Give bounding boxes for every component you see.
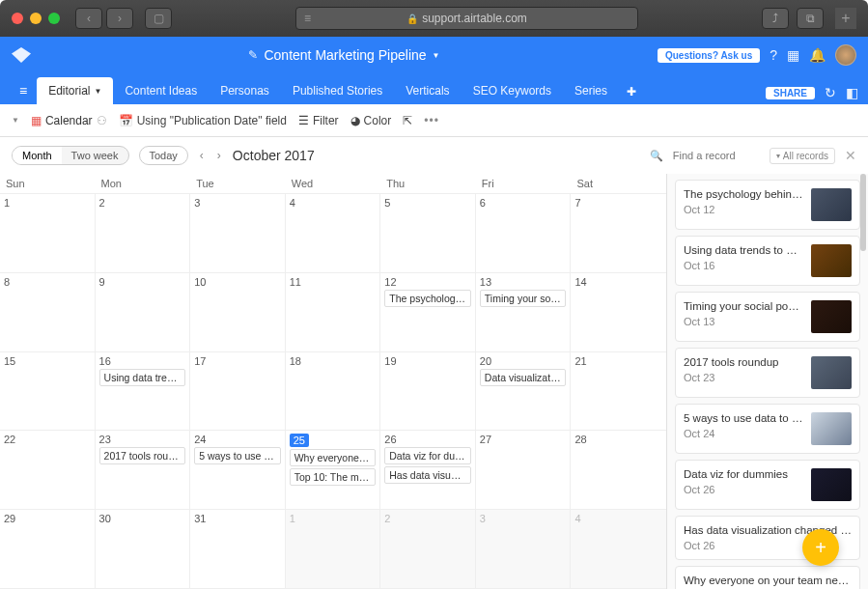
- today-button[interactable]: Today: [139, 146, 188, 165]
- next-month[interactable]: ›: [215, 149, 223, 162]
- table-tab[interactable]: SEO Keywords: [462, 77, 563, 104]
- help-icon[interactable]: ?: [770, 47, 777, 63]
- new-tab-button[interactable]: +: [835, 8, 856, 29]
- calendar-day[interactable]: 1: [286, 510, 381, 588]
- tabs-overview[interactable]: ⧉: [797, 8, 824, 29]
- calendar-event[interactable]: Why everyone on ...: [290, 449, 377, 466]
- calendar-day[interactable]: 26Data viz for dummi...Has data visualiz…: [380, 431, 476, 509]
- twoweek-toggle[interactable]: Two week: [62, 147, 128, 164]
- add-table-button[interactable]: ✚: [619, 79, 644, 104]
- history-icon[interactable]: ↻: [825, 85, 836, 100]
- calendar-day[interactable]: 14: [571, 273, 666, 351]
- calendar-event[interactable]: Data viz for dummi...: [384, 447, 471, 464]
- more-options[interactable]: •••: [424, 114, 439, 127]
- calendar-day[interactable]: 16Using data trends ...: [96, 352, 191, 431]
- table-tab[interactable]: Series: [563, 77, 619, 104]
- calendar-day[interactable]: 20Data visualization:...: [476, 352, 572, 431]
- filter-button[interactable]: ☰ Filter: [298, 114, 339, 127]
- month-toggle[interactable]: Month: [13, 147, 62, 164]
- hamburger-icon[interactable]: ≡: [10, 77, 37, 104]
- close-window[interactable]: [12, 13, 23, 24]
- table-tab[interactable]: Personas: [209, 77, 281, 104]
- date-field-selector[interactable]: 📅 Using "Publication Date" field: [119, 114, 287, 127]
- base-title[interactable]: ✎ Content Marketing Pipeline ▼: [31, 47, 658, 63]
- blocks-icon[interactable]: ◧: [846, 85, 858, 100]
- color-button[interactable]: ◕ Color: [350, 114, 392, 127]
- calendar-day[interactable]: 9: [96, 273, 191, 351]
- scrollbar[interactable]: [860, 174, 866, 251]
- calendar-day[interactable]: 4: [571, 510, 666, 588]
- calendar-day[interactable]: 232017 tools roundup: [96, 431, 191, 509]
- calendar-day[interactable]: 3: [476, 510, 572, 588]
- record-card[interactable]: Using data trends to man...Oct 16: [675, 236, 860, 286]
- questions-button[interactable]: Questions? Ask us: [658, 48, 760, 63]
- calendar-day[interactable]: 25Why everyone on ...Top 10: The most ..…: [286, 431, 381, 509]
- record-card[interactable]: The psychology behind d...Oct 12: [675, 180, 860, 230]
- record-card[interactable]: Why everyone on your team needs...Oct 25: [675, 566, 860, 589]
- calendar-event[interactable]: The psychology b...: [384, 290, 471, 307]
- record-thumbnail: [811, 356, 852, 389]
- record-card[interactable]: 2017 tools roundupOct 23: [675, 348, 860, 398]
- calendar-day[interactable]: 10: [190, 273, 286, 351]
- calendar-day[interactable]: 12The psychology b...: [380, 273, 476, 351]
- calendar-event[interactable]: Data visualization:...: [480, 369, 567, 386]
- calendar-day[interactable]: 1: [0, 194, 96, 272]
- apps-grid-icon[interactable]: ▦: [787, 47, 799, 63]
- calendar-day[interactable]: 31: [190, 510, 286, 588]
- share-view-icon[interactable]: ⇱: [403, 114, 412, 127]
- calendar-day[interactable]: 22: [0, 431, 96, 509]
- view-switcher[interactable]: ▦ Calendar ⚇: [31, 114, 107, 127]
- calendar-day[interactable]: 11: [286, 273, 381, 351]
- calendar-day[interactable]: 2: [96, 194, 191, 272]
- table-tab[interactable]: Published Stories: [281, 77, 394, 104]
- calendar-day[interactable]: 8: [0, 273, 96, 351]
- calendar-event[interactable]: Timing your social...: [480, 290, 567, 307]
- records-filter-dropdown[interactable]: ▾ All records: [770, 148, 835, 164]
- expand-icon[interactable]: ▼: [12, 116, 19, 125]
- calendar-day[interactable]: 2: [380, 510, 476, 588]
- find-record-input[interactable]: [673, 150, 760, 161]
- share-button[interactable]: SHARE: [766, 87, 815, 99]
- forward-button[interactable]: ›: [106, 8, 133, 29]
- calendar-event[interactable]: 5 ways to use data...: [194, 447, 281, 464]
- calendar-day[interactable]: 13Timing your social...: [476, 273, 572, 351]
- calendar-event[interactable]: Top 10: The most ...: [290, 468, 377, 486]
- maximize-window[interactable]: [48, 13, 60, 24]
- table-tab[interactable]: Content Ideas: [113, 77, 209, 104]
- record-card[interactable]: 5 ways to use data to sel...Oct 24: [675, 404, 860, 454]
- calendar-day[interactable]: 15: [0, 352, 96, 431]
- calendar-day[interactable]: 30: [96, 510, 191, 588]
- calendar-day[interactable]: 18: [286, 352, 381, 431]
- prev-month[interactable]: ‹: [198, 149, 206, 162]
- calendar-day[interactable]: 29: [0, 510, 96, 588]
- calendar-day[interactable]: 6: [476, 194, 572, 272]
- avatar[interactable]: [835, 44, 856, 66]
- table-tab[interactable]: Verticals: [394, 77, 461, 104]
- calendar-day[interactable]: 4: [286, 194, 381, 272]
- bell-icon[interactable]: 🔔: [809, 47, 826, 63]
- calendar-day[interactable]: 28: [571, 431, 666, 509]
- close-panel-icon[interactable]: ✕: [845, 148, 856, 163]
- record-card[interactable]: Timing your social posts ...Oct 13: [675, 292, 860, 342]
- calendar-event[interactable]: Using data trends ...: [99, 369, 186, 386]
- calendar-day[interactable]: 21: [571, 352, 666, 431]
- calendar-day[interactable]: 17: [190, 352, 286, 431]
- calendar-day[interactable]: 7: [571, 194, 666, 272]
- calendar-day[interactable]: 19: [380, 352, 476, 431]
- calendar-event[interactable]: Has data visualiza...: [384, 466, 471, 484]
- calendar-day[interactable]: 27: [476, 431, 572, 509]
- sidebar-toggle[interactable]: ▢: [145, 8, 172, 29]
- calendar-day[interactable]: 5: [380, 194, 476, 272]
- calendar-day[interactable]: 3: [190, 194, 286, 272]
- back-button[interactable]: ‹: [75, 8, 102, 29]
- record-card[interactable]: Data viz for dummiesOct 26: [675, 460, 860, 510]
- minimize-window[interactable]: [30, 13, 42, 24]
- table-tab[interactable]: Editorial▼: [37, 77, 113, 104]
- airtable-logo-icon[interactable]: [12, 47, 31, 63]
- calendar-grid: SunMonTueWedThuFriSat 123456789101112The…: [0, 174, 667, 589]
- address-bar[interactable]: ≡ 🔒 support.airtable.com: [295, 7, 638, 30]
- add-record-fab[interactable]: +: [802, 529, 839, 566]
- share-button[interactable]: ⤴: [762, 8, 789, 29]
- calendar-event[interactable]: 2017 tools roundup: [99, 447, 186, 464]
- calendar-day[interactable]: 245 ways to use data...: [190, 431, 286, 509]
